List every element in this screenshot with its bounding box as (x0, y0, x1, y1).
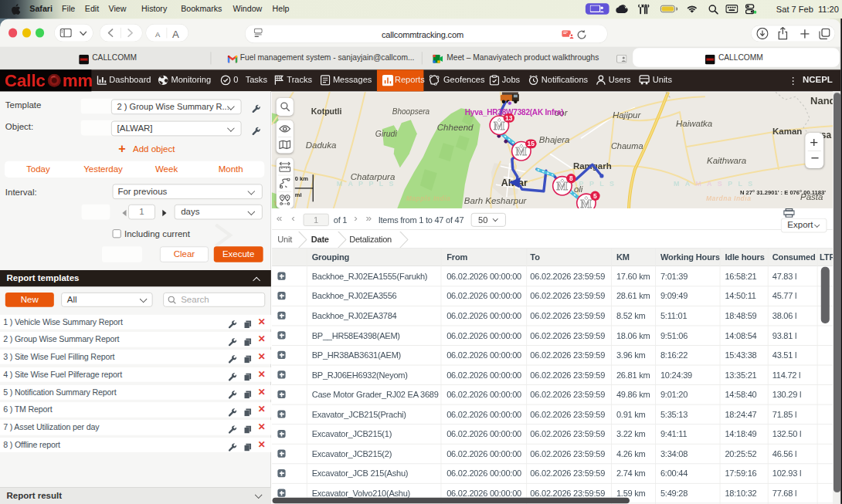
svg-text:Barh Kesharpur: Barh Kesharpur (464, 196, 528, 205)
svg-text:Hyva_HR38W7382(AK Infra): Hyva_HR38W7382(AK Infra) (465, 108, 563, 117)
svg-text:Chauma: Chauma (611, 141, 643, 151)
svg-text:Girudi: Girudi (375, 129, 398, 138)
svg-text:M: M (581, 197, 592, 209)
svg-text:Mappls India: Mappls India (406, 194, 450, 202)
svg-text:Daduka: Daduka (306, 140, 337, 150)
svg-text:Bhoopsera: Bhoopsera (392, 107, 430, 116)
svg-text:13: 13 (505, 114, 513, 122)
svg-text:Kotputli: Kotputli (311, 107, 342, 116)
svg-text:Nand: Nand (810, 95, 833, 107)
svg-text:M: M (557, 179, 569, 192)
svg-text:Bhajera: Bhajera (539, 135, 570, 144)
svg-text:mi: mi (295, 191, 302, 198)
svg-text:oli: oli (574, 184, 583, 194)
svg-text:0 km: 0 km (295, 175, 308, 182)
svg-text:8: 8 (569, 174, 573, 182)
svg-text:Mardna India: Mardna India (706, 194, 751, 202)
svg-text:Haiwatka: Haiwatka (676, 119, 712, 128)
svg-text:Kaithwara: Kaithwara (707, 156, 746, 165)
svg-text:15: 15 (528, 140, 535, 147)
svg-text:Chatarpura: Chatarpura (351, 172, 396, 181)
svg-text:5: 5 (593, 192, 597, 200)
svg-text:M A M A S P L S: M A M A S P L S (674, 180, 755, 188)
svg-text:Hajipur: Hajipur (613, 110, 642, 120)
svg-text:M: M (516, 144, 528, 157)
svg-text:Kaman: Kaman (772, 127, 802, 136)
svg-text:N 27° 31.2901' : E 076° 00.118: N 27° 31.2901' : E 076° 00.1183' (740, 189, 826, 196)
svg-text:M: M (494, 119, 505, 132)
svg-text:Chheend: Chheend (437, 123, 474, 132)
